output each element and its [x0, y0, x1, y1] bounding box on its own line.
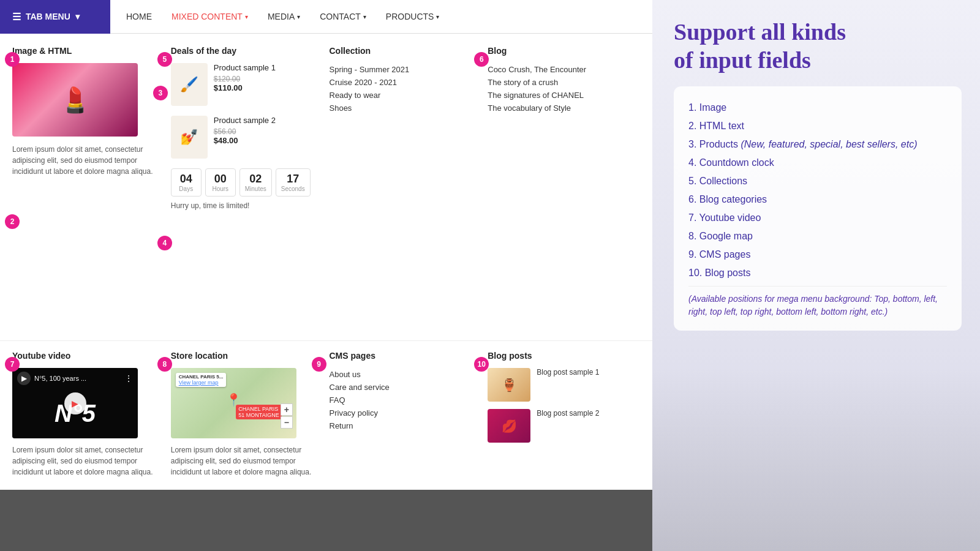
map-thumbnail[interactable]: CHANEL PARIS 5... View larger map 📍 CHAN… — [171, 368, 296, 438]
badge-8: 8 — [157, 357, 172, 372]
countdown: 04 Days 00 Hours 02 Minutes 17 Seconds — [171, 168, 317, 197]
media-chevron-icon: ▾ — [297, 13, 300, 20]
badge-9: 9 — [312, 357, 326, 372]
feature-5: 5. Collections — [688, 172, 947, 190]
blog-post-thumb-1: 🏺 — [488, 368, 530, 402]
youtube-topbar: ▶ N°5, 100 years ... ⋮ — [12, 368, 138, 389]
youtube-dots-icon: ⋮ — [124, 373, 133, 383]
feature-6: 6. Blog categories — [688, 190, 947, 209]
products-chevron-icon: ▾ — [436, 13, 439, 20]
price-new-1: $110.00 — [214, 83, 276, 92]
contact-chevron-icon: ▾ — [363, 13, 366, 20]
col-blog-posts-title: Blog posts — [488, 351, 634, 361]
list-item[interactable]: The story of a crush — [488, 76, 634, 89]
badge-6: 6 — [474, 52, 489, 67]
list-item[interactable]: Privacy policy — [330, 407, 476, 419]
feature-4: 4. Countdown clock — [688, 154, 947, 172]
tab-menu-label: TAB MENU — [26, 12, 70, 21]
feature-7: 7. Youtube video — [688, 209, 947, 227]
nav-media[interactable]: MEDIA ▾ — [258, 0, 310, 34]
mega-menu-row1: 1 Image & HTML 💄 3 2 Lorem ipsum dolor s… — [0, 34, 652, 340]
feature-10: 10. Blog posts — [688, 264, 947, 282]
background-dark-area — [0, 490, 652, 551]
list-item[interactable]: Ready to wear — [330, 89, 476, 102]
product-info-1: Product sample 1 $120.00 $110.00 — [214, 63, 276, 92]
badge-5-top: 5 — [157, 52, 172, 67]
list-item[interactable]: Coco Crush, The Encounter — [488, 63, 634, 76]
nav-mixed-content[interactable]: MIXED CONTENT ▾ — [162, 0, 258, 34]
map-label: CHANEL PARIS 5... View larger map — [176, 373, 227, 387]
nav-contact[interactable]: CONTACT ▾ — [310, 0, 376, 34]
col-collection: Collection Spring - Summer 2021 Cruise 2… — [323, 46, 482, 328]
product-main-image: 💄 — [12, 63, 138, 137]
list-item[interactable]: Spring - Summer 2021 — [330, 63, 476, 76]
price-old-1: $120.00 — [214, 75, 276, 83]
right-bg-image — [652, 367, 980, 551]
col-youtube: 7 Youtube video ▶ N°5, 100 years ... ⋮ N… — [12, 351, 165, 478]
youtube-logo-icon: ▶ — [17, 372, 31, 385]
list-item[interactable]: About us — [330, 368, 476, 381]
divider — [688, 286, 947, 287]
list-item[interactable]: The signatures of CHANEL — [488, 89, 634, 102]
nav-products[interactable]: PRODUCTS ▾ — [376, 0, 450, 34]
col-cms-title: CMS pages — [330, 351, 476, 361]
col-youtube-title: Youtube video — [12, 351, 159, 361]
store-lorem: Lorem ipsum dolor sit amet, consectetur … — [171, 444, 317, 478]
list-item[interactable]: Care and service — [330, 381, 476, 394]
price-new-2: $48.00 — [214, 136, 276, 145]
youtube-lorem: Lorem ipsum dolor sit amet, consectetur … — [12, 444, 159, 478]
nav-links: HOME MIXED CONTENT ▾ MEDIA ▾ CONTACT ▾ P… — [110, 0, 449, 33]
list-item[interactable]: Cruise 2020 - 2021 — [330, 76, 476, 89]
countdown-hours: 00 Hours — [205, 168, 236, 197]
blog-post-item-1: 🏺 Blog post sample 1 — [488, 368, 634, 402]
badge-1: 1 — [5, 52, 20, 67]
navbar: ☰ TAB MENU ▾ HOME MIXED CONTENT ▾ MEDIA … — [0, 0, 652, 34]
badge-4: 4 — [157, 236, 172, 250]
blog-post-title-2[interactable]: Blog post sample 2 — [537, 409, 599, 418]
youtube-play-icon[interactable]: ▶ — [64, 392, 86, 414]
blog-post-title-1[interactable]: Blog post sample 1 — [537, 368, 599, 377]
right-panel: Support all kinds of input fields 1. Ima… — [652, 0, 980, 551]
collection-list: Spring - Summer 2021 Cruise 2020 - 2021 … — [330, 63, 476, 114]
youtube-title-text: N°5, 100 years ... — [31, 375, 124, 382]
tab-menu-chevron-icon: ▾ — [75, 12, 80, 21]
col-store-location: 8 Store location CHANEL PARIS 5... View … — [165, 351, 323, 478]
col-collection-title: Collection — [330, 46, 476, 56]
list-item[interactable]: The vocabulary of Style — [488, 102, 634, 114]
youtube-thumbnail[interactable]: ▶ N°5, 100 years ... ⋮ N°5 ▶ — [12, 368, 138, 438]
list-item[interactable]: FAQ — [330, 394, 476, 407]
col-store-title: Store location — [171, 351, 317, 361]
product-item-1: 🖌️ Product sample 1 $120.00 $110.00 — [171, 63, 317, 106]
product-info-2: Product sample 2 $56.00 $48.00 — [214, 116, 276, 145]
product-thumb-2: 💅 — [171, 116, 208, 159]
badge-2: 2 — [5, 214, 20, 229]
tab-menu-button[interactable]: ☰ TAB MENU ▾ — [0, 0, 110, 34]
blog-list: Coco Crush, The Encounter The story of a… — [488, 63, 634, 114]
support-title: Support all kinds of input fields — [674, 18, 962, 74]
countdown-minutes: 02 Minutes — [239, 168, 272, 197]
mixed-content-chevron-icon: ▾ — [245, 13, 248, 20]
col-blog: 6 Blog Coco Crush, The Encounter The sto… — [481, 46, 640, 328]
map-zoom-in-button[interactable]: + — [281, 403, 293, 416]
mega-menu-row2: 7 Youtube video ▶ N°5, 100 years ... ⋮ N… — [0, 340, 652, 490]
map-zoom-out-button[interactable]: − — [281, 416, 293, 429]
view-larger-map-link[interactable]: View larger map — [179, 380, 224, 386]
product-name-2: Product sample 2 — [214, 116, 276, 125]
col-blog-posts: 10 Blog posts 🏺 Blog post sample 1 💋 Blo… — [481, 351, 640, 478]
map-inner: CHANEL PARIS 5... View larger map 📍 CHAN… — [171, 368, 296, 438]
hamburger-icon: ☰ — [12, 11, 21, 23]
badge-10: 10 — [474, 357, 489, 372]
product-thumb-1: 🖌️ — [171, 63, 208, 106]
features-card: 1. Image 2. HTML text 3. Products (New, … — [674, 86, 962, 331]
feature-8: 8. Google map — [688, 227, 947, 246]
col-deals: Deals of the day 5 🖌️ Product sample 1 $… — [165, 46, 323, 328]
col-blog-title: Blog — [488, 46, 634, 56]
list-item[interactable]: Shoes — [330, 102, 476, 114]
nav-home[interactable]: HOME — [116, 0, 162, 34]
product-name-1: Product sample 1 — [214, 63, 276, 72]
col-cms-pages: CMS pages About us Care and service FAQ … — [323, 351, 482, 478]
feature-9: 9. CMS pages — [688, 246, 947, 264]
list-item[interactable]: Return — [330, 419, 476, 432]
blog-post-item-2: 💋 Blog post sample 2 — [488, 409, 634, 443]
countdown-seconds: 17 Seconds — [276, 168, 311, 197]
